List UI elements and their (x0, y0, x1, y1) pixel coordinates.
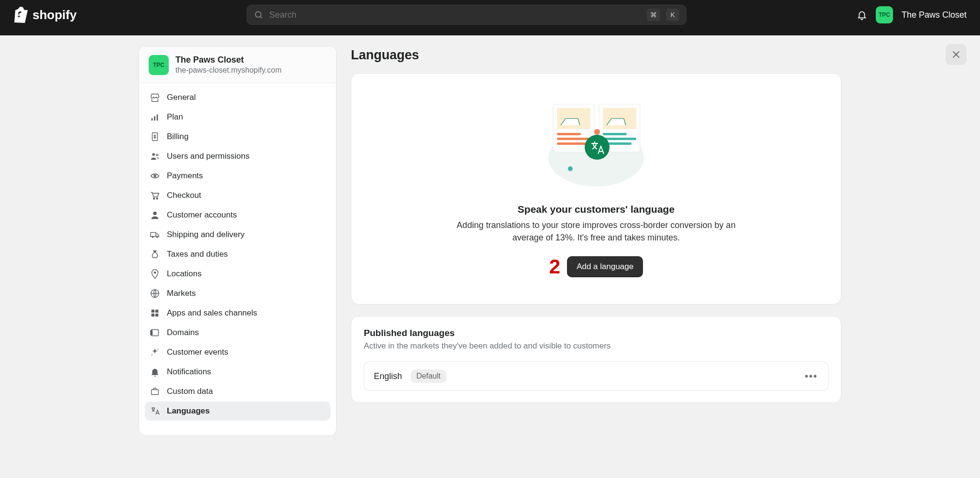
sidebar-item-languages[interactable]: Languages (145, 402, 330, 421)
avatar[interactable]: TPC (876, 6, 893, 23)
sparkle-icon (150, 347, 160, 358)
hero-description: Adding translations to your store improv… (453, 219, 740, 244)
sidebar-item-locations[interactable]: Locations (145, 264, 330, 283)
domains-icon (150, 327, 160, 338)
annotation-marker-2: 2 (549, 255, 560, 278)
sidebar-item-custom-data[interactable]: Custom data (145, 382, 330, 401)
svg-rect-24 (151, 330, 152, 335)
translate-illustration (544, 96, 649, 186)
sidebar-item-label: Billing (167, 132, 188, 141)
svg-rect-36 (603, 133, 627, 135)
sidebar-item-label: Custom data (167, 387, 213, 396)
svg-point-25 (158, 349, 159, 350)
add-language-button[interactable]: Add a language (567, 256, 643, 277)
published-languages-card: Published languages Active in the market… (351, 316, 841, 403)
page-frame: TPC The Paws Closet the-paws-closet.mysh… (0, 35, 980, 478)
store-domain: the-paws-closet.myshopify.com (175, 66, 282, 75)
svg-line-1 (261, 16, 262, 18)
search-icon (254, 10, 263, 20)
sidebar-item-label: Markets (167, 289, 196, 298)
svg-point-8 (152, 153, 155, 156)
sidebar-item-billing[interactable]: Billing (145, 127, 330, 146)
sidebar-item-label: Locations (167, 269, 202, 279)
sidebar-item-markets[interactable]: Markets (145, 284, 330, 303)
sidebar-item-label: Notifications (167, 367, 211, 377)
svg-point-10 (154, 175, 156, 177)
store-header[interactable]: TPC The Paws Closet the-paws-closet.mysh… (139, 46, 336, 83)
svg-point-13 (153, 212, 156, 215)
svg-rect-33 (557, 142, 586, 145)
settings-nav-list: General Plan Billing Users and permissio… (139, 83, 336, 435)
sidebar-item-label: Shipping and delivery (167, 230, 245, 239)
topbar: shopify ⌘ K TPC The Paws Closet (0, 0, 980, 30)
sidebar-item-taxes[interactable]: Taxes and duties (145, 245, 330, 264)
settings-sidebar: TPC The Paws Closet the-paws-closet.mysh… (139, 46, 337, 436)
svg-rect-19 (152, 310, 154, 313)
svg-point-0 (256, 11, 261, 17)
search-box[interactable]: ⌘ K (247, 5, 686, 25)
svg-point-26 (152, 355, 152, 356)
svg-rect-32 (557, 138, 590, 140)
person-icon (150, 210, 160, 220)
svg-point-17 (154, 272, 156, 274)
svg-rect-6 (157, 115, 158, 121)
hero-card: Speak your customers' language Adding tr… (351, 73, 841, 304)
store-icon (150, 92, 160, 103)
sidebar-item-general[interactable]: General (145, 88, 330, 107)
sidebar-item-label: Customer events (167, 348, 229, 357)
kbd-cmd: ⌘ (647, 9, 660, 21)
sidebar-item-label: Taxes and duties (167, 250, 228, 259)
store-name-topbar[interactable]: The Paws Closet (902, 10, 967, 20)
search-input[interactable] (269, 10, 641, 20)
close-button[interactable] (946, 44, 967, 65)
sidebar-item-shipping[interactable]: Shipping and delivery (145, 225, 330, 244)
published-languages-subtext: Active in the markets they've been added… (364, 341, 828, 351)
row-actions-menu[interactable]: ••• (804, 371, 818, 382)
svg-rect-31 (557, 133, 581, 135)
search-wrapper: ⌘ K (86, 5, 847, 25)
sidebar-item-label: General (167, 93, 196, 102)
svg-rect-5 (154, 116, 155, 120)
sidebar-item-label: Languages (167, 406, 210, 416)
sidebar-item-plan[interactable]: Plan (145, 108, 330, 127)
sidebar-item-notifications[interactable]: Notifications (145, 362, 330, 381)
page-title: Languages (351, 48, 841, 63)
svg-point-11 (153, 198, 155, 199)
sidebar-item-label: Domains (167, 328, 199, 337)
main-content: Languages (351, 46, 841, 414)
kbd-k: K (666, 9, 679, 21)
sidebar-item-payments[interactable]: Payments (145, 166, 330, 185)
sidebar-item-label: Checkout (167, 191, 201, 200)
settings-container: TPC The Paws Closet the-paws-closet.mysh… (139, 46, 841, 478)
chart-icon (150, 112, 160, 122)
cta-row: 2 Add a language (370, 255, 822, 278)
bell-solid-icon (150, 367, 160, 377)
users-icon (150, 151, 160, 162)
receipt-icon (150, 131, 160, 142)
sidebar-item-label: Payments (167, 171, 203, 181)
sidebar-item-label: Users and permissions (167, 152, 250, 161)
sidebar-item-customer-accounts[interactable]: Customer accounts (145, 206, 330, 225)
sidebar-item-domains[interactable]: Domains (145, 323, 330, 342)
svg-point-12 (156, 198, 158, 199)
store-title: The Paws Closet (175, 55, 282, 65)
language-row[interactable]: English Default ••• (364, 361, 828, 391)
shopify-logo[interactable]: shopify (13, 7, 76, 23)
svg-rect-4 (152, 118, 153, 121)
money-bag-icon (150, 249, 160, 260)
payments-icon (150, 171, 160, 181)
bell-icon[interactable] (857, 10, 867, 20)
shopify-bag-icon (13, 7, 29, 23)
language-name: English (374, 371, 402, 381)
sidebar-item-apps[interactable]: Apps and sales channels (145, 304, 330, 323)
hero-title: Speak your customers' language (370, 204, 822, 215)
published-languages-heading: Published languages (364, 328, 828, 338)
topbar-shadow-strip (0, 30, 980, 35)
brand-name: shopify (33, 8, 76, 22)
sidebar-item-users[interactable]: Users and permissions (145, 147, 330, 166)
sidebar-item-checkout[interactable]: Checkout (145, 186, 330, 205)
svg-point-9 (156, 154, 158, 156)
globe-icon (150, 288, 160, 299)
svg-point-15 (152, 236, 153, 238)
sidebar-item-customer-events[interactable]: Customer events (145, 343, 330, 362)
